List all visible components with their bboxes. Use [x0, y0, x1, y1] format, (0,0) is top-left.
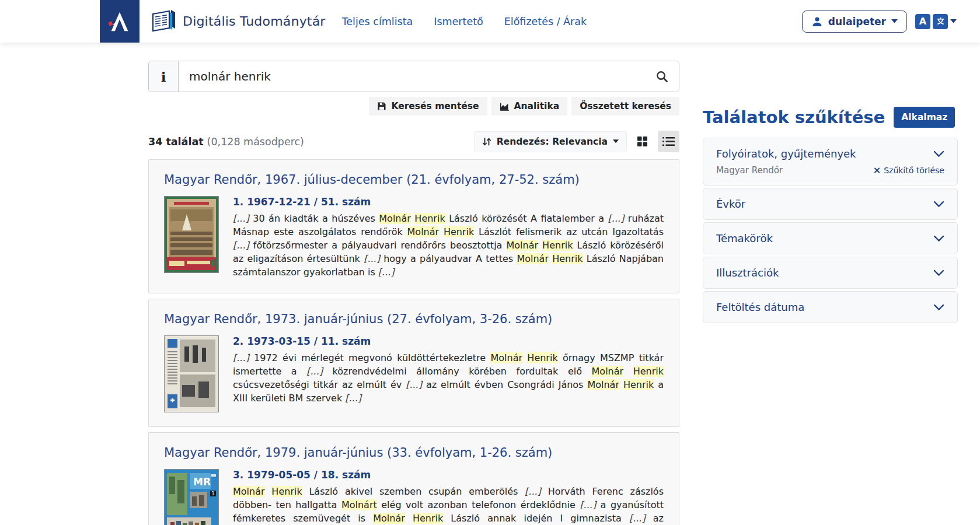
result-item-title[interactable]: 2. 1973-03-15 / 11. szám — [233, 335, 664, 347]
action-button-1[interactable]: Analitika — [491, 97, 568, 116]
magazine-cover-1967[interactable] — [164, 196, 218, 279]
highlighted-term: Henrik — [444, 226, 474, 237]
result-title: Magyar Rendőr, 1967. július-december (21… — [164, 173, 664, 187]
chevron-down-icon — [933, 150, 944, 158]
result-title: Magyar Rendőr, 1979. január-június (33. … — [164, 446, 664, 460]
result-snippet: [...] 1972 évi mérlegét megvonó küldötté… — [233, 351, 664, 405]
highlighted-term: Molnárt — [341, 499, 377, 510]
highlighted-term: Henrik — [552, 253, 583, 264]
result-title-link[interactable]: Magyar Rendőr, 1979. január-június (33. … — [164, 446, 552, 460]
highlighted-term: Henrik — [542, 240, 573, 251]
magazine-cover-1973[interactable] — [164, 335, 218, 412]
results-time: (0,128 másodperc) — [207, 136, 304, 148]
apply-filters-button[interactable]: Alkalmaz — [894, 107, 955, 128]
language-a-icon: A — [915, 14, 930, 29]
chevron-down-icon — [950, 19, 957, 23]
top-navbar: Digitális Tudománytár Teljes címlistaIsm… — [0, 0, 980, 43]
highlighted-term: Molnár — [517, 253, 549, 264]
user-menu-button[interactable]: dulaipeter — [802, 10, 907, 33]
filter-section-label: Évkör — [716, 198, 745, 210]
magazine-cover-1979[interactable]: MR1 — [164, 469, 218, 525]
search-input[interactable] — [179, 61, 645, 92]
action-button-0[interactable]: Keresés mentése — [369, 97, 487, 116]
nav-link-2[interactable]: Előfizetés / Árak — [504, 16, 587, 27]
result-body: 1. 1967-12-21 / 51. szám[...] 30 án kiad… — [164, 196, 664, 279]
highlighted-term: Henrik — [413, 513, 443, 524]
results-list: Magyar Rendőr, 1967. július-december (21… — [148, 159, 679, 525]
result-item-title[interactable]: 1. 1967-12-21 / 51. szám — [233, 196, 664, 208]
chevron-down-icon — [613, 139, 619, 144]
filter-section-3: Illusztrációk — [703, 257, 958, 289]
language-switcher[interactable]: A — [915, 14, 957, 29]
list-view-button[interactable] — [658, 131, 679, 152]
ellipsis-marker: [...] — [378, 267, 395, 278]
action-button-2[interactable]: Összetett keresés — [571, 97, 679, 116]
chevron-down-icon — [891, 19, 898, 23]
chevron-down-icon — [933, 201, 944, 208]
filter-section-toggle[interactable]: Folyóiratok, gyűjtemények — [716, 148, 944, 160]
results-count: 34 találat — [148, 136, 204, 148]
filter-section-label: Témakörök — [716, 232, 773, 244]
filter-section-0: Folyóiratok, gyűjteményekMagyar Rendőr×S… — [703, 138, 958, 186]
highlighted-term: Molnár — [506, 240, 538, 251]
result-text: 3. 1979-05-05 / 18. számMolnár Henrik Lá… — [233, 469, 664, 525]
site-title[interactable]: Digitális Tudománytár — [183, 14, 326, 29]
result-card: Magyar Rendőr, 1967. július-december (21… — [148, 159, 679, 293]
clear-filter-link[interactable]: ×Szűkítő törlése — [873, 166, 944, 175]
ellipsis-marker: [...] — [233, 213, 249, 224]
chevron-down-icon — [933, 304, 944, 311]
filter-section-toggle[interactable]: Illusztrációk — [716, 267, 944, 279]
search-info-button[interactable]: i — [149, 61, 179, 92]
nav-links: Teljes címlistaIsmertetőElőfizetés / Ára… — [342, 16, 587, 27]
result-card: Magyar Rendőr, 1973. január-június (27. … — [148, 299, 679, 427]
highlighted-term: Molnár — [379, 213, 411, 224]
svg-text:MR: MR — [193, 476, 211, 488]
ellipsis-marker: [...] — [233, 240, 249, 251]
filter-section-2: Témakörök — [703, 222, 958, 254]
ellipsis-marker: [...] — [629, 513, 646, 524]
close-icon: × — [873, 166, 881, 175]
nav-link-0[interactable]: Teljes címlista — [342, 16, 413, 27]
filter-section-label: Illusztrációk — [716, 267, 779, 279]
page-content: i Keresés mentéseAnalitikaÖsszetett kere… — [0, 43, 980, 525]
ellipsis-marker: [...] — [233, 352, 249, 363]
action-button-label: Analitika — [514, 101, 560, 111]
ellipsis-marker: [...] — [345, 393, 361, 404]
search-actions: Keresés mentéseAnalitikaÖsszetett keresé… — [148, 97, 679, 116]
sort-label: Rendezés: Relevancia — [497, 136, 608, 147]
result-text: 1. 1967-12-21 / 51. szám[...] 30 án kiad… — [233, 196, 664, 279]
ellipsis-marker: [...] — [406, 379, 422, 390]
grid-icon — [637, 136, 648, 147]
results-column: i Keresés mentéseAnalitikaÖsszetett kere… — [148, 61, 679, 525]
result-title-link[interactable]: Magyar Rendőr, 1967. július-december (21… — [164, 173, 580, 187]
search-submit-button[interactable] — [645, 61, 679, 92]
filter-active-value: Magyar Rendőr — [716, 165, 783, 176]
result-title-link[interactable]: Magyar Rendőr, 1973. január-június (27. … — [164, 312, 552, 326]
filter-section-toggle[interactable]: Feltöltés dátuma — [716, 301, 944, 313]
person-icon — [811, 16, 823, 27]
result-snippet: [...] 30 án kiadták a húszéves Molnár He… — [233, 212, 664, 279]
filter-section-label: Folyóiratok, gyűjtemények — [716, 148, 856, 160]
arcanum-a-icon — [106, 8, 133, 35]
save-icon — [377, 102, 386, 111]
filter-section-toggle[interactable]: Évkör — [716, 198, 944, 210]
nav-link-1[interactable]: Ismertető — [434, 16, 483, 27]
ellipsis-marker: [...] — [608, 213, 625, 224]
search-bar: i — [148, 61, 679, 92]
highlighted-term: Henrik — [271, 486, 302, 497]
filter-section-toggle[interactable]: Témakörök — [716, 232, 944, 244]
result-text: 2. 1973-03-15 / 11. szám[...] 1972 évi m… — [233, 335, 664, 412]
arcanum-logo[interactable] — [100, 0, 139, 43]
result-snippet: Molnár Henrik László akivel szemben csup… — [233, 485, 664, 525]
grid-view-button[interactable] — [632, 131, 653, 152]
filters-title: Találatok szűkítése — [703, 107, 885, 127]
result-body: 2. 1973-03-15 / 11. szám[...] 1972 évi m… — [164, 335, 664, 412]
highlighted-term: Molnár — [490, 352, 522, 363]
result-item-title[interactable]: 3. 1979-05-05 / 18. szám — [233, 469, 664, 481]
filter-active-row: Magyar Rendőr×Szűkítő törlése — [716, 165, 944, 176]
ellipsis-marker: [...] — [364, 253, 380, 264]
result-card: Magyar Rendőr, 1979. január-június (33. … — [148, 432, 679, 525]
sort-dropdown[interactable]: Rendezés: Relevancia — [474, 131, 627, 152]
svg-text:1: 1 — [212, 491, 215, 496]
ellipsis-marker: [...] — [525, 486, 541, 497]
